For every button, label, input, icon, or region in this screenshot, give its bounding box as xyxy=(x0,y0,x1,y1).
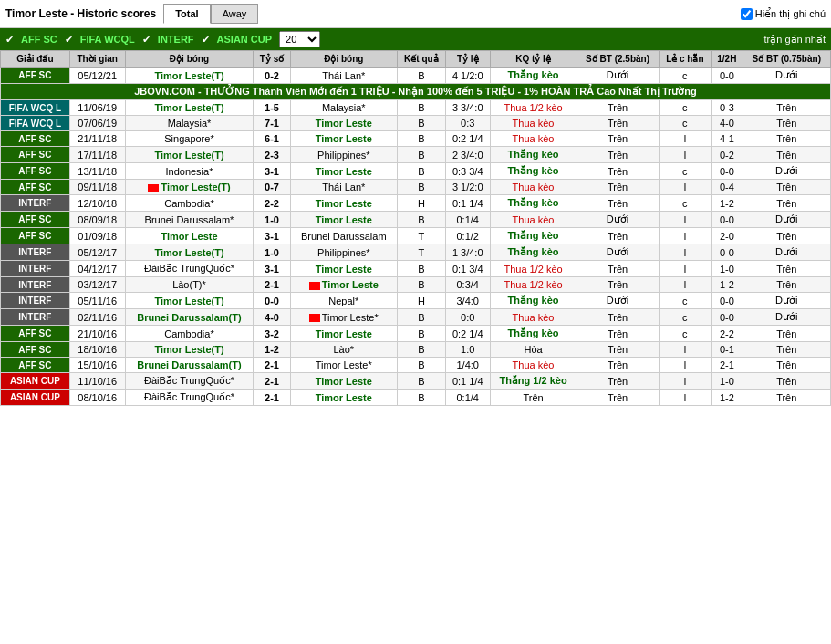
cell-half: 1-0 xyxy=(712,261,743,277)
cell-half: 1-2 xyxy=(712,195,743,212)
col-so-bt-25: Số BT (2.5bàn) xyxy=(577,51,659,68)
cell-team2: Timor Leste xyxy=(290,195,397,212)
cell-so-bt-25: Trên xyxy=(577,309,659,326)
cell-team1: Timor Leste(T) xyxy=(125,68,254,84)
cell-le-chan: c xyxy=(659,163,712,180)
check-mark-asian: ✔ xyxy=(202,34,210,46)
cell-result: B xyxy=(397,100,445,116)
cell-score: 2-1 xyxy=(254,373,290,390)
table-row: AFF SC13/11/18Indonesia*3-1Timor LesteB0… xyxy=(1,163,831,180)
cell-score: 1-0 xyxy=(254,212,290,228)
cell-so-bt-25: Dưới xyxy=(577,293,659,309)
asian-cup-label: ASIAN CUP xyxy=(217,34,273,45)
cell-so-bt-25: Trên xyxy=(577,228,659,244)
cell-score: 1-0 xyxy=(254,244,290,261)
cell-half: 2-0 xyxy=(712,228,743,244)
cell-kq-ty-le: Thắng kèo xyxy=(490,228,577,244)
cell-score: 0-7 xyxy=(254,180,290,195)
cell-le-chan: c xyxy=(659,293,712,309)
cell-so-bt-25: Dưới xyxy=(577,244,659,261)
cell-team1: Brunei Darussalam(T) xyxy=(125,358,254,373)
cell-date: 13/11/18 xyxy=(69,163,125,180)
cell-so-bt-25: Dưới xyxy=(577,68,659,84)
show-notes-checkbox[interactable] xyxy=(741,8,753,20)
cell-competition: AFF SC xyxy=(1,212,70,228)
cell-so-bt-075: Dưới xyxy=(743,163,830,180)
cell-kq-ty-le: Thua 1/2 kèo xyxy=(490,261,577,277)
cell-half: 0-4 xyxy=(712,180,743,195)
cell-so-bt-075: Trên xyxy=(743,261,830,277)
cell-team1: Cambodia* xyxy=(125,326,254,342)
cell-date: 08/09/18 xyxy=(69,212,125,228)
aff-label: AFF SC xyxy=(21,34,57,45)
cell-kq-ty-le: Thua kèo xyxy=(490,116,577,131)
cell-so-bt-075: Trên xyxy=(743,147,830,163)
table-row: INTERF12/10/18Cambodia*2-2Timor LesteH0:… xyxy=(1,195,831,212)
header-right: Hiển thị ghi chú xyxy=(741,8,826,20)
cell-team2: Philippines* xyxy=(290,244,397,261)
cell-half: 1-0 xyxy=(712,373,743,390)
col-half: 1/2H xyxy=(712,51,743,68)
cell-le-chan: c xyxy=(659,326,712,342)
tab-away[interactable]: Away xyxy=(211,4,259,24)
check-mark-aff: ✔ xyxy=(5,34,14,46)
cell-score: 2-3 xyxy=(254,147,290,163)
cell-date: 04/12/17 xyxy=(69,261,125,277)
cell-competition: INTERF xyxy=(1,244,70,261)
cell-half: 1-2 xyxy=(712,277,743,293)
count-select[interactable]: 203050100 xyxy=(279,31,320,47)
table-row: ASIAN CUP11/10/16ĐàiBắc TrungQuốc*2-1Tim… xyxy=(1,373,831,390)
cell-score: 7-1 xyxy=(254,116,290,131)
cell-result: B xyxy=(397,373,445,390)
cell-ratio: 0:1/4 xyxy=(445,212,490,228)
cell-team2: Malaysia* xyxy=(290,100,397,116)
check-mark-fifa: ✔ xyxy=(65,34,73,46)
cell-team2: Timor Leste xyxy=(290,326,397,342)
tab-total[interactable]: Total xyxy=(163,4,210,24)
cell-result: T xyxy=(397,244,445,261)
cell-so-bt-075: Trên xyxy=(743,373,830,390)
cell-competition: FIFA WCQ L xyxy=(1,100,70,116)
cell-so-bt-25: Trên xyxy=(577,147,659,163)
cell-competition: AFF SC xyxy=(1,342,70,358)
fifa-label: FIFA WCQL xyxy=(80,34,135,45)
cell-kq-ty-le: Trên xyxy=(490,390,577,406)
cell-team2: Timor Leste xyxy=(290,116,397,131)
cell-team1: Timor Leste xyxy=(125,228,254,244)
promo-banner: JBOVN.COM - THƯỞNG Thành Viên Mới đến 1 … xyxy=(1,84,831,100)
cell-half: 0-0 xyxy=(712,212,743,228)
col-ty-so: Tỷ số xyxy=(254,51,290,68)
cell-team1: Indonesia* xyxy=(125,163,254,180)
cell-ratio: 0:3 xyxy=(445,116,490,131)
cell-kq-ty-le: Thua 1/2 kèo xyxy=(490,100,577,116)
cell-le-chan: l xyxy=(659,180,712,195)
cell-half: 2-2 xyxy=(712,326,743,342)
cell-kq-ty-le: Thắng kèo xyxy=(490,326,577,342)
cell-kq-ty-le: Thắng kèo xyxy=(490,163,577,180)
show-notes-label[interactable]: Hiển thị ghi chú xyxy=(741,8,826,20)
cell-score: 3-1 xyxy=(254,228,290,244)
cell-result: B xyxy=(397,147,445,163)
cell-result: B xyxy=(397,309,445,326)
table-row: INTERF05/11/16Timor Leste(T)0-0Nepal*H3/… xyxy=(1,293,831,309)
cell-so-bt-25: Trên xyxy=(577,163,659,180)
col-ket-qua: Kết quả xyxy=(397,51,445,68)
cell-le-chan: l xyxy=(659,244,712,261)
cell-kq-ty-le: Thắng kèo xyxy=(490,68,577,84)
cell-date: 01/09/18 xyxy=(69,228,125,244)
cell-team1: Timor Leste(T) xyxy=(125,342,254,358)
cell-team2: Timor Leste* xyxy=(290,358,397,373)
cell-competition: AFF SC xyxy=(1,147,70,163)
cell-so-bt-25: Dưới xyxy=(577,212,659,228)
table-row: AFF SC01/09/18Timor Leste3-1Brunei Darus… xyxy=(1,228,831,244)
cell-team2: Timor Leste* xyxy=(290,309,397,326)
cell-kq-ty-le: Thua kèo xyxy=(490,358,577,373)
cell-score: 2-1 xyxy=(254,390,290,406)
cell-result: B xyxy=(397,261,445,277)
cell-half: 4-0 xyxy=(712,116,743,131)
cell-so-bt-075: Trên xyxy=(743,358,830,373)
cell-result: B xyxy=(397,68,445,84)
cell-ratio: 1 3/4:0 xyxy=(445,244,490,261)
cell-kq-ty-le: Thua kèo xyxy=(490,309,577,326)
cell-result: B xyxy=(397,358,445,373)
